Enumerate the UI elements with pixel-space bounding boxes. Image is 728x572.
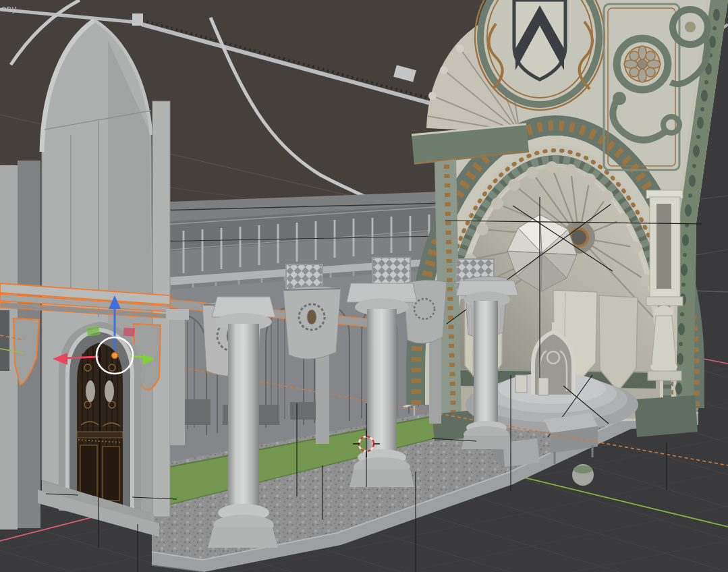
gizmo-plane-yz[interactable] — [86, 326, 100, 336]
gizmo-x-axis[interactable] — [66, 357, 99, 358]
collection-label-partial: ony — [1, 4, 17, 13]
viewport-canvas[interactable] — [0, 0, 728, 572]
ornate-facade[interactable] — [412, 0, 728, 486]
object-origin-dot — [112, 353, 118, 359]
bronze-gate-door[interactable] — [77, 343, 123, 510]
gizmo-plane-xz[interactable] — [123, 328, 135, 337]
sphere-prop[interactable] — [572, 464, 594, 486]
blender-3d-viewport[interactable]: ony — [0, 0, 728, 572]
